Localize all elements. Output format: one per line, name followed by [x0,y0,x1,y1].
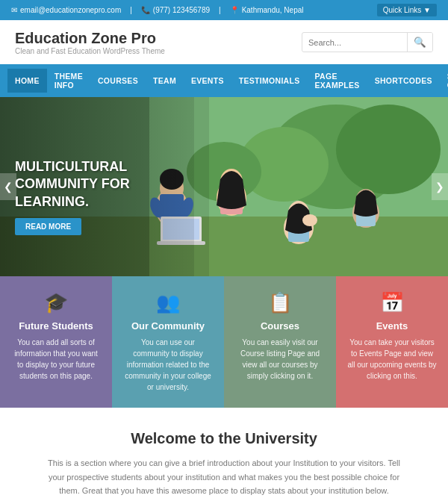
feature-desc-2: You can easily visit our Course listing … [235,337,325,382]
location-icon: 📍 [230,6,239,14]
hero-section: MULTICULTURAL COMMUNITY FOR LEARNING. RE… [0,97,448,276]
email-text: email@educationzonepro.com [20,6,121,14]
logo-area: Education Zone Pro Clean and Fast Educat… [15,29,165,55]
feature-icon-1: 👥 [123,291,213,314]
quick-links-button[interactable]: Quick Links ▼ [377,4,437,16]
feature-box-1: 👥 Our Community You can use our communit… [112,276,224,408]
features-section: 🎓 Future Students You can add all sorts … [0,276,448,408]
email-icon: ✉ [11,6,17,14]
feature-desc-1: You can use our community to display inf… [123,337,213,393]
feature-icon-3: 📅 [347,291,437,314]
phone-info: 📞 (977) 123456789 [141,6,210,14]
nav-page-examples[interactable]: PAGE EXAMPLES [308,64,367,97]
feature-title-1: Our Community [123,320,213,332]
contact-info: ✉ email@educationzonepro.com | 📞 (977) 1… [11,6,303,14]
phone-text: (977) 123456789 [153,6,210,14]
nav-theme-info[interactable]: THEME INFO [47,64,90,97]
feature-title-0: Future Students [11,320,101,332]
feature-box-2: 📋 Courses You can easily visit our Cours… [224,276,336,408]
feature-desc-3: You can take your visitors to Events Pag… [347,337,437,382]
hero-title: MULTICULTURAL COMMUNITY FOR LEARNING. [15,158,179,211]
site-tagline: Clean and Fast Education WordPress Theme [15,47,165,55]
svg-point-2 [336,105,441,194]
hero-text-area: MULTICULTURAL COMMUNITY FOR LEARNING. RE… [15,158,179,235]
nav-home[interactable]: HOME [7,69,47,93]
divider-2: | [219,6,221,14]
welcome-description: This is a section where you can give a b… [45,456,403,498]
search-area: 🔍 [302,32,433,52]
site-header: Education Zone Pro Clean and Fast Educat… [0,20,448,64]
nav-courses[interactable]: COURSES [90,69,146,93]
nav-events[interactable]: EVENTS [184,69,231,93]
hero-prev-button[interactable]: ❮ [0,173,16,200]
feature-title-3: Events [347,320,437,332]
nav-testimonials[interactable]: TESTIMONIALS [231,69,308,93]
read-more-button[interactable]: READ MORE [15,218,81,235]
feature-title-2: Courses [235,320,325,332]
location-info: 📍 Kathmandu, Nepal [230,6,304,14]
nav-shortcodes[interactable]: SHORTCODES [367,69,440,93]
feature-desc-0: You can add all sorts of information tha… [11,337,101,382]
feature-box-0: 🎓 Future Students You can add all sorts … [0,276,112,408]
search-button[interactable]: 🔍 [407,33,432,52]
search-input[interactable] [302,34,407,51]
main-nav: HOME THEME INFO COURSES TEAM EVENTS TEST… [0,64,448,97]
nav-style-guide[interactable]: STYLE GUIDE [440,64,448,97]
location-text: Kathmandu, Nepal [242,6,304,14]
welcome-title: Welcome to the University [45,430,403,447]
nav-team[interactable]: TEAM [146,69,184,93]
svg-point-23 [302,214,317,226]
site-title: Education Zone Pro [15,29,165,47]
feature-icon-0: 🎓 [11,291,101,314]
welcome-section: Welcome to the University This is a sect… [0,408,448,504]
email-info: ✉ email@educationzonepro.com [11,6,121,14]
feature-box-3: 📅 Events You can take your visitors to E… [336,276,448,408]
top-bar: ✉ email@educationzonepro.com | 📞 (977) 1… [0,0,448,20]
hero-next-button[interactable]: ❯ [432,173,448,200]
feature-icon-2: 📋 [235,291,325,314]
divider-1: | [130,6,132,14]
phone-icon: 📞 [141,6,150,14]
